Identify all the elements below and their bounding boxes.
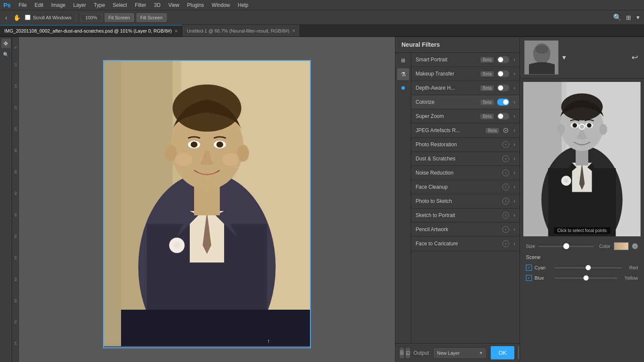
filter-makeup-transfer-arrow[interactable]: › xyxy=(513,71,515,77)
tab-1[interactable]: IMG_20201108_0002_after-dust-and-scratch… xyxy=(0,25,182,36)
fit-screen-button[interactable]: Fit Screen xyxy=(105,13,134,22)
svg-rect-58 xyxy=(104,310,310,346)
scene-cyan-row: ✓ Cyan Red xyxy=(526,265,638,271)
filter-dust-scratches-info[interactable]: i xyxy=(502,155,509,162)
menu-plugins[interactable]: Plugins xyxy=(184,1,207,9)
filter-dust-scratches-arrow[interactable]: › xyxy=(513,156,515,162)
fill-screen-button[interactable]: Fill Screen xyxy=(137,13,167,22)
zoom-input[interactable]: 100% xyxy=(81,14,102,21)
filter-photo-to-sketch-arrow[interactable]: › xyxy=(513,198,515,204)
filter-makeup-transfer-label: Makeup Transfer xyxy=(416,71,477,77)
tab-1-close[interactable]: ✕ xyxy=(174,29,178,33)
undo-button[interactable]: ↩ xyxy=(629,52,640,63)
menu-view[interactable]: View xyxy=(165,1,183,9)
filter-depth-aware-toggle[interactable] xyxy=(497,84,509,91)
menu-filter[interactable]: Filter xyxy=(131,1,150,9)
move-tool[interactable]: ✥ xyxy=(1,39,11,48)
yellow-label: Yellow xyxy=(622,275,638,281)
filter-smart-portrait-arrow[interactable]: › xyxy=(513,57,515,63)
zoom-tool[interactable]: 🔍 xyxy=(1,50,11,59)
blue-checkbox[interactable]: ✓ xyxy=(526,275,532,281)
cyan-checkbox[interactable]: ✓ xyxy=(526,265,532,271)
tab-2-close[interactable]: ✕ xyxy=(292,28,295,33)
filter-photo-to-sketch[interactable]: Photo to Sketch i › xyxy=(411,194,519,208)
preview-chevron[interactable]: ▼ xyxy=(561,54,567,61)
filter-colorize[interactable]: Colorize Beta › xyxy=(411,95,519,109)
filter-pencil-artwork-arrow[interactable]: › xyxy=(513,226,515,232)
filter-face-to-caricature-info[interactable]: i xyxy=(502,240,509,247)
scroll-all-windows-checkbox[interactable] xyxy=(25,15,30,20)
filter-jpeg-artefacts-arrow[interactable]: › xyxy=(513,127,515,133)
color-label: Color xyxy=(599,244,610,249)
filter-dust-scratches[interactable]: Dust & Scratches i › xyxy=(411,152,519,166)
filter-face-cleanup-info[interactable]: i xyxy=(502,184,509,190)
filter-face-to-caricature[interactable]: Face to Caricature i › xyxy=(411,237,519,251)
filter-pencil-artwork-label: Pencil Artwork xyxy=(416,226,499,232)
filter-dust-scratches-label: Dust & Scratches xyxy=(416,156,499,162)
filter-face-to-caricature-arrow[interactable]: › xyxy=(513,241,515,247)
filter-sketch-to-portrait-info[interactable]: i xyxy=(502,212,509,219)
blue-dot-btn[interactable] xyxy=(397,82,409,94)
app-logo: Ps xyxy=(3,2,11,9)
size-slider[interactable] xyxy=(538,246,594,247)
menu-type[interactable]: Type xyxy=(91,1,109,9)
filter-smart-portrait-badge: Beta xyxy=(480,57,494,63)
dropdown-icon[interactable]: ▼ xyxy=(635,15,641,21)
menu-window[interactable]: Window xyxy=(208,1,234,9)
preview-big-container[interactable]: Click to select focal points xyxy=(523,82,641,236)
filter-pencil-artwork-info[interactable]: i xyxy=(502,226,509,233)
filter-super-zoom-toggle[interactable] xyxy=(497,113,509,120)
panel-settings-btn[interactable]: ☰ xyxy=(400,348,404,358)
filter-makeup-transfer-toggle[interactable] xyxy=(497,70,509,77)
panel-view-btn[interactable]: ◱ xyxy=(406,348,410,358)
filter-colorize-arrow[interactable]: › xyxy=(513,99,515,105)
filter-makeup-transfer[interactable]: Makeup Transfer Beta › xyxy=(411,67,519,81)
canvas-viewport[interactable]: ↑ xyxy=(19,37,395,362)
filter-face-cleanup-arrow[interactable]: › xyxy=(513,184,515,190)
menu-edit[interactable]: Edit xyxy=(31,1,47,9)
filter-jpeg-artefacts[interactable]: JPEG Artefacts R... Beta › xyxy=(411,124,519,138)
filter-sketch-to-portrait-arrow[interactable]: › xyxy=(513,212,515,218)
filter-noise-reduction[interactable]: Noise Reduction i › xyxy=(411,166,519,180)
ok-button[interactable]: OK xyxy=(491,346,514,359)
svg-rect-59 xyxy=(104,61,121,346)
menu-file[interactable]: File xyxy=(15,1,30,9)
color-picker-circle[interactable]: ⊕ xyxy=(632,243,638,249)
blue-yellow-slider[interactable] xyxy=(554,278,617,279)
preview-thumbnail xyxy=(524,40,559,75)
filter-depth-aware[interactable]: Depth-Aware H... Beta › xyxy=(411,81,519,95)
arrange-icon[interactable]: ⊞ xyxy=(626,14,631,21)
filter-depth-aware-arrow[interactable]: › xyxy=(513,85,515,91)
menu-3d[interactable]: 3D xyxy=(151,1,164,9)
menu-bar: Ps File Edit Image Layer Type Select Fil… xyxy=(0,0,644,10)
filter-super-zoom[interactable]: Super Zoom Beta › xyxy=(411,109,519,124)
menu-select[interactable]: Select xyxy=(109,1,131,9)
color-swatch[interactable] xyxy=(614,242,629,250)
menu-layer[interactable]: Layer xyxy=(70,1,90,9)
menu-image[interactable]: Image xyxy=(48,1,69,9)
tab-2[interactable]: Untitled-1 @ 66.7% (Neural-filter-result… xyxy=(182,25,300,36)
flask-icon-btn[interactable]: ⚗ xyxy=(397,68,409,80)
back-button[interactable]: ‹ xyxy=(3,13,9,22)
filter-photo-restoration-info[interactable]: i xyxy=(502,141,509,148)
filter-noise-reduction-arrow[interactable]: › xyxy=(513,170,515,176)
search-icon[interactable]: 🔍 xyxy=(613,13,622,21)
svg-text:5: 5 xyxy=(14,46,18,48)
output-select[interactable]: New Layer Current Layer New Document Sma… xyxy=(434,348,486,358)
filter-face-cleanup[interactable]: Face Cleanup i › xyxy=(411,180,519,194)
filter-sketch-to-portrait[interactable]: Sketch to Portrait i › xyxy=(411,208,519,223)
filter-pencil-artwork[interactable]: Pencil Artwork i › xyxy=(411,223,519,237)
menu-help[interactable]: Help xyxy=(234,1,252,9)
filter-photo-restoration-arrow[interactable]: › xyxy=(513,142,515,148)
filter-super-zoom-arrow[interactable]: › xyxy=(513,113,515,119)
filter-smart-portrait[interactable]: Smart Portrait Beta › xyxy=(411,53,519,67)
hand-tool[interactable]: ✋ xyxy=(12,13,22,22)
cyan-red-slider[interactable] xyxy=(554,267,622,268)
left-ruler: 5 10 15 20 25 30 35 40 45 50 55 60 65 70… xyxy=(12,37,19,362)
filter-icon-btn[interactable]: ⊞ xyxy=(397,54,409,66)
filter-colorize-toggle[interactable] xyxy=(497,99,509,106)
filter-photo-restoration[interactable]: Photo Restoration i › xyxy=(411,138,519,152)
filter-photo-to-sketch-info[interactable]: i xyxy=(502,198,509,205)
filter-smart-portrait-toggle[interactable] xyxy=(497,56,509,63)
filter-noise-reduction-info[interactable]: i xyxy=(502,169,509,176)
